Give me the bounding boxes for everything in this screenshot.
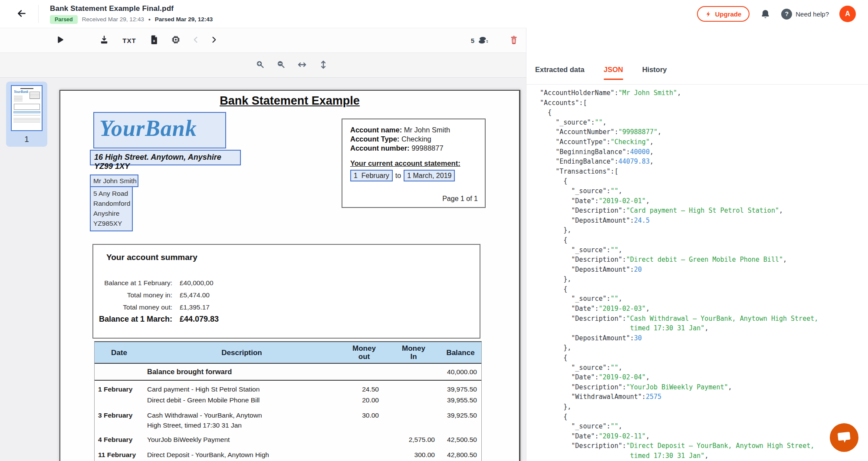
next-document-button[interactable] xyxy=(210,36,218,46)
zoom-in-button[interactable] xyxy=(255,59,265,71)
transactions-table: Date Description Money out Money In Bala… xyxy=(94,341,482,461)
zoom-out-button[interactable] xyxy=(276,59,286,71)
download-button[interactable] xyxy=(99,35,109,46)
cell-date: 3 February xyxy=(95,410,144,430)
table-row: 4 February YourJob BiWeekly Payment 2,57… xyxy=(95,430,481,445)
extracted-field-bank-logo[interactable]: YourBank xyxy=(93,112,226,148)
table-row: 3 February Cash Withdrawal - YourBank, A… xyxy=(95,405,481,430)
account-name-line: Account name: Mr John Smith xyxy=(350,125,485,135)
cell-description: Direct Deposit - YourBank, Anytown High … xyxy=(144,450,340,461)
avatar[interactable]: A xyxy=(839,6,856,22)
cell-balance: 39,925.50 xyxy=(439,410,482,430)
thumbnail-rail: YourBank 1 xyxy=(0,78,59,461)
column-header: Description xyxy=(144,349,340,357)
json-code[interactable]: "AccountHolderName":"Mr John Smith", "Ac… xyxy=(526,85,868,461)
extracted-field-period-end[interactable]: 1 March, 2019 xyxy=(404,170,455,181)
delete-document-button[interactable] xyxy=(510,35,519,46)
lightning-bolt-icon xyxy=(705,10,712,18)
summary-row: Balance at 1 March:£44.079.83 xyxy=(93,313,480,325)
address-line: YZ985XY xyxy=(93,218,132,228)
cell-money-out: 24.50 xyxy=(340,384,388,394)
document-toolbar: TXT x xyxy=(0,28,526,53)
cell-balance: 40,000.00 xyxy=(439,367,482,377)
tab-json[interactable]: JSON xyxy=(604,66,623,84)
cell-date xyxy=(95,395,144,405)
extracted-field-recipient-address[interactable]: 5 Any Road Randomford Anyshire YZ985XY xyxy=(90,186,133,231)
chevron-left-icon xyxy=(191,36,200,46)
cell-description: Cash Withdrawal - YourBank, Anytown High… xyxy=(144,410,340,430)
download-icon xyxy=(99,35,109,46)
ai-parse-button[interactable] xyxy=(171,35,181,46)
upgrade-button[interactable]: Upgrade xyxy=(697,6,750,22)
question-icon: ? xyxy=(781,9,792,20)
trash-icon xyxy=(510,35,519,46)
chevron-right-icon xyxy=(210,36,218,46)
zoom-in-icon xyxy=(255,59,265,71)
chat-bubble-icon xyxy=(837,431,852,445)
fit-width-icon xyxy=(297,59,307,71)
account-info-box: Account name: Mr John Smith Account Type… xyxy=(342,119,486,208)
excel-file-icon: x xyxy=(150,35,159,46)
summary-value: £1,395.17 xyxy=(180,301,210,313)
account-number-value: 99988877 xyxy=(411,144,443,152)
thumb-deco xyxy=(20,88,33,89)
summary-row: Total money in:£5,474.00 xyxy=(93,289,480,301)
summary-label: Balance at 1 March: xyxy=(93,313,172,325)
bank-logo-text: YourBank xyxy=(94,113,225,141)
previous-document-button[interactable] xyxy=(191,36,200,46)
file-title: Bank Statement Example Final.pdf xyxy=(50,4,213,13)
zoom-out-icon xyxy=(276,59,286,71)
app-root: Bank Statement Example Final.pdf Parsed … xyxy=(0,0,868,461)
main-content: TXT x xyxy=(0,28,868,461)
extracted-field-bank-address[interactable]: 16 High Street. Anytown, Anyshire YZ99 1… xyxy=(90,150,241,165)
header: Bank Statement Example Final.pdf Parsed … xyxy=(0,0,868,28)
play-icon xyxy=(55,35,64,46)
statement-period-label: Your current account statement: xyxy=(350,159,485,168)
cell-date: 1 February xyxy=(95,384,144,394)
summary-value: £44.079.83 xyxy=(180,313,219,325)
extracted-field-recipient-name[interactable]: Mr John Smith xyxy=(90,175,138,187)
account-type-value: Checking xyxy=(401,135,431,143)
page-thumbnail[interactable]: YourBank 1 xyxy=(6,82,47,147)
tab-history[interactable]: History xyxy=(642,66,667,84)
cell-date: 11 February xyxy=(95,450,144,461)
summary-value: £40,000,00 xyxy=(180,277,214,289)
cell-money-in xyxy=(388,395,439,405)
summary-label: Total money out: xyxy=(93,301,172,313)
thumb-deco xyxy=(14,95,23,102)
chat-widget-button[interactable] xyxy=(830,423,858,452)
fit-width-button[interactable] xyxy=(297,59,307,71)
column-header: Money out xyxy=(340,344,388,361)
export-excel-button[interactable]: x xyxy=(150,35,159,46)
credits-count: 5 xyxy=(471,37,474,44)
help-link[interactable]: ? Need help? xyxy=(781,9,829,20)
export-txt-button[interactable]: TXT xyxy=(122,37,136,44)
received-timestamp: Received Mar 29, 12:43 xyxy=(82,16,144,23)
fit-height-icon xyxy=(318,59,329,71)
cell-money-in xyxy=(388,410,439,430)
notifications-bell-icon[interactable] xyxy=(760,9,771,20)
cell-money-in xyxy=(388,367,439,377)
run-parse-button[interactable] xyxy=(55,35,64,46)
viewer-column: TXT x xyxy=(0,28,526,461)
thumbnail-page-number: 1 xyxy=(6,135,47,144)
doc-title: Bank Statement Example xyxy=(60,94,519,108)
table-row: Balance brought forward 40,000.00 xyxy=(95,364,481,381)
fit-height-button[interactable] xyxy=(318,59,329,71)
statement-period-row: 1 February to 1 March, 2019 xyxy=(350,170,485,181)
extracted-field-period-start[interactable]: 1 February xyxy=(350,170,393,181)
cell-money-out xyxy=(340,435,388,445)
address-line: Randomford xyxy=(93,198,132,208)
back-button[interactable] xyxy=(13,5,30,23)
credits-counter: 5 xyxy=(471,35,488,46)
svg-text:x: x xyxy=(153,39,155,43)
viewer-canvas: YourBank 1 Bank Statement Example Yo xyxy=(0,78,526,461)
tab-extracted-data[interactable]: Extracted data xyxy=(535,66,585,84)
back-arrow-icon xyxy=(16,8,27,20)
file-meta: Parsed Received Mar 29, 12:43 • Parsed M… xyxy=(50,15,213,24)
summary-title: Your account summary xyxy=(106,253,480,262)
status-badge: Parsed xyxy=(50,15,78,24)
cell-balance: 39,975.50 xyxy=(439,384,482,394)
summary-row: Total money out:£1,395.17 xyxy=(93,301,480,313)
address-line: Anyshire xyxy=(93,208,132,218)
